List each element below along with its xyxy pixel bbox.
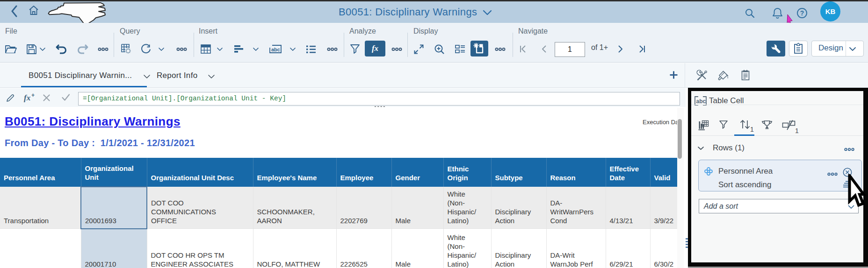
svg-text:+: + — [31, 92, 35, 99]
svg-text:1: 1 — [795, 127, 799, 134]
svg-text:abc: abc — [271, 47, 280, 52]
svg-text:?: ? — [800, 9, 804, 17]
svg-text:1: 1 — [750, 126, 754, 132]
svg-text:fx: fx — [24, 93, 31, 102]
svg-text:abc: abc — [696, 98, 706, 105]
